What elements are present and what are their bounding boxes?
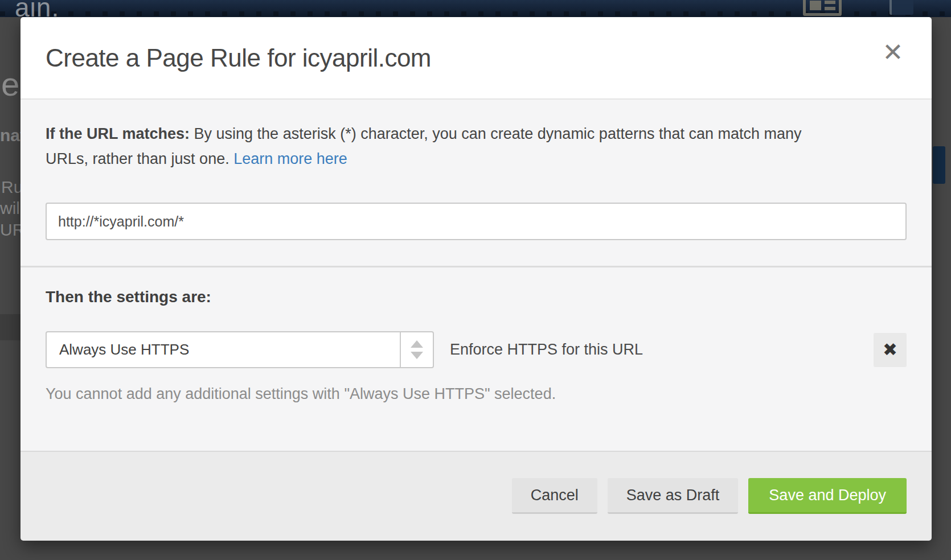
modal-header: Create a Page Rule for icyapril.com ✕ [21,17,932,100]
url-match-description: If the URL matches: By using the asteris… [46,121,843,171]
setting-note: You cannot add any additional settings w… [46,385,907,403]
background-right-edge [932,17,951,560]
url-match-label: If the URL matches: [46,125,190,142]
modal-title: Create a Page Rule for icyapril.com [46,44,431,72]
background-table-header-fragment [0,314,21,340]
modal-footer: Cancel Save as Draft Save and Deploy [21,451,932,541]
settings-heading: Then the settings are: [46,288,907,306]
background-text-fragment: nav [0,126,21,145]
save-as-draft-button[interactable]: Save as Draft [608,478,739,514]
partial-icon [889,0,913,15]
background-text-fragment: UR [0,220,21,240]
layout-icon [803,0,842,16]
setting-select[interactable]: Always Use HTTPS [46,331,434,368]
background-button-fragment [933,146,945,184]
create-page-rule-modal: Create a Page Rule for icyapril.com ✕ If… [21,17,932,541]
background-text-fragment: e [1,65,19,103]
background-left-edge: e nav Ru will UR [0,17,21,560]
url-match-section: If the URL matches: By using the asteris… [21,100,932,267]
screen: ain. e nav Ru will UR Create a Page Rule… [0,0,951,560]
close-icon[interactable]: ✕ [879,39,907,66]
modal-body: If the URL matches: By using the asteris… [21,100,932,451]
save-and-deploy-button[interactable]: Save and Deploy [748,478,907,514]
setting-row: Always Use HTTPS Enforce HTTPS for this … [46,331,907,368]
remove-setting-icon[interactable]: ✖ [874,333,907,367]
background-clipped-heading: ain. [15,0,59,17]
setting-select-value: Always Use HTTPS [47,332,400,367]
cancel-button[interactable]: Cancel [512,478,597,514]
learn-more-link[interactable]: Learn more here [233,150,347,167]
setting-description: Enforce HTTPS for this URL [450,341,643,359]
settings-section: Then the settings are: Always Use HTTPS … [21,267,932,403]
url-pattern-input[interactable] [46,203,907,240]
chevron-down-icon [411,352,423,359]
background-text-fragment: will [0,199,21,218]
chevron-up-icon [411,340,423,348]
select-stepper-icon[interactable] [400,332,433,367]
background-topbar: ain. [0,0,951,17]
background-text-fragment: Ru [1,178,21,197]
